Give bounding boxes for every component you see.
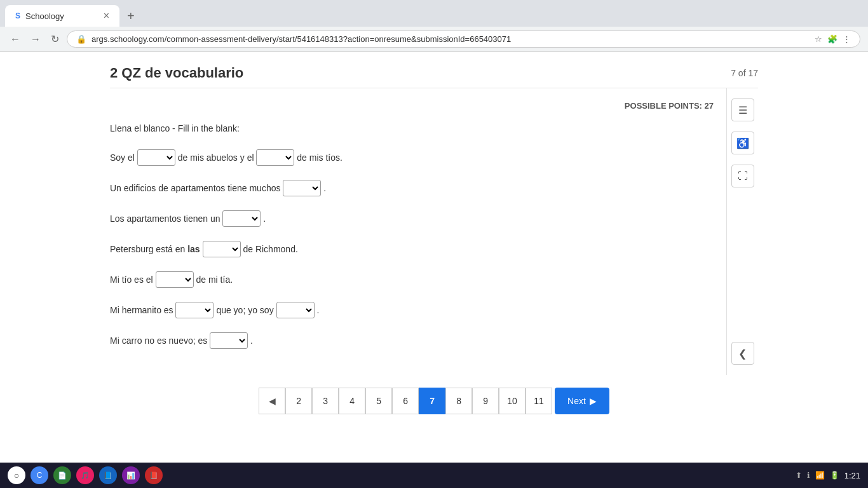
content-area: POSSIBLE POINTS: 27 Llena el blanco - Fi… [110,88,714,375]
q5-dropdown[interactable] [156,271,194,288]
q6-text-before: Mi hermanito es [110,305,175,315]
page-6-button[interactable]: 6 [392,388,419,414]
prev-page-button[interactable]: ◀ [259,388,285,414]
q7-text-after: . [250,336,253,346]
page-indicator: 7 of 17 [731,68,758,78]
q7-dropdown[interactable] [210,332,248,349]
tab-favicon: S [15,11,20,20]
page-8-button[interactable]: 8 [445,388,472,414]
main-layout: POSSIBLE POINTS: 27 Llena el blanco - Fi… [110,88,758,375]
active-tab[interactable]: S Schoology × [5,5,119,27]
q2-text-after: . [323,183,326,193]
page-content: 2 QZ de vocabulario 7 of 17 POSSIBLE POI… [59,52,809,433]
q7-text-before: Mi carro no es nuevo; es [110,336,210,346]
new-tab-button[interactable]: + [122,6,140,26]
sidebar-collapse-button[interactable]: ❮ [731,342,754,365]
url-box[interactable]: 🔒 args.schoology.com/common-assessment-d… [67,30,860,48]
sidebar-fullscreen-button[interactable]: ⛶ [731,165,754,187]
q4-text-after: de Richmond. [243,244,297,254]
address-bar: ← → ↻ 🔒 args.schoology.com/common-assess… [0,27,868,51]
q6-text-middle: que yo; yo soy [216,305,276,315]
q6-text-after: . [316,305,319,315]
page-10-button[interactable]: 10 [499,388,526,414]
q2-dropdown[interactable] [283,180,321,196]
next-arrow-icon: ▶ [590,396,597,406]
q4-text-before: Petersburg está en [110,244,187,254]
page-5-button[interactable]: 5 [365,388,392,414]
question-row-2: Un edificios de apartamentos tiene mucho… [110,179,714,197]
q1-dropdown-2[interactable] [256,149,294,166]
question-row-1: Soy el de mis abuelos y el de mis tíos. [110,149,714,166]
bookmark-icon[interactable]: ☆ [815,34,822,44]
assessment-title: 2 QZ de vocabulario [110,65,243,81]
chevron-left-icon: ❮ [738,348,747,360]
q4-bold-text: las [187,244,200,254]
question-row-7: Mi carro no es nuevo; es . [110,332,714,349]
tab-close-button[interactable]: × [104,10,109,22]
extension-icon[interactable]: 🧩 [827,34,837,44]
q2-text-before: Un edificios de apartamentos tiene mucho… [110,183,283,193]
tab-bar: S Schoology × + [0,0,868,27]
q3-text-after: . [263,214,266,224]
instructions: Llena el blanco - Fill in the blank: [110,123,714,133]
reload-button[interactable]: ↻ [48,30,62,48]
tab-title: Schoology [25,11,64,21]
question-row-3: Los apartamentos tienen un . [110,210,714,227]
sidebar-questions-button[interactable]: ☰ [731,98,754,121]
page-4-button[interactable]: 4 [339,388,365,414]
possible-points: POSSIBLE POINTS: 27 [110,101,714,111]
taskbar: ○ C 📄 🎵 📘 📊 📕 ⬆ ℹ 📶 🔋 1:21 [0,463,868,465]
fullscreen-icon: ⛶ [738,170,748,182]
url-icons: ☆ 🧩 ⋮ [815,34,851,44]
page-7-button[interactable]: 7 [419,388,445,414]
q6-dropdown-1[interactable] [175,302,214,318]
back-button[interactable]: ← [8,31,23,48]
q4-dropdown[interactable] [203,241,241,257]
question-row-5: Mi tío es el de mi tía. [110,271,714,288]
accessibility-icon: ♿ [736,137,749,149]
assessment-header: 2 QZ de vocabulario 7 of 17 [110,52,758,88]
q1-dropdown-1[interactable] [137,149,175,166]
q3-dropdown[interactable] [222,210,261,227]
pagination-bar: ◀ 2 3 4 5 6 7 8 9 10 11 Next ▶ [110,375,758,433]
q1-text-before: Soy el [110,152,137,163]
next-label: Next [567,396,586,406]
question-row-4: Petersburg está en las de Richmond. [110,240,714,258]
sidebar: ☰ ♿ ⛶ ❮ [726,88,758,375]
questions-list-icon: ☰ [738,104,747,116]
page-11-button[interactable]: 11 [526,388,552,414]
q5-text-before: Mi tío es el [110,274,156,285]
q3-text-before: Los apartamentos tienen un [110,214,222,224]
menu-icon[interactable]: ⋮ [843,34,851,44]
sidebar-accessibility-button[interactable]: ♿ [731,132,754,154]
page-2-button[interactable]: 2 [285,388,312,414]
next-button[interactable]: Next ▶ [555,388,609,414]
q1-text-middle: de mis abuelos y el [178,152,257,163]
url-text: args.schoology.com/common-assessment-del… [92,34,511,44]
forward-button[interactable]: → [28,31,43,48]
browser-chrome: S Schoology × + ← → ↻ 🔒 args.schoology.c… [0,0,868,52]
q1-text-after: de mis tíos. [297,152,342,163]
page-3-button[interactable]: 3 [312,388,339,414]
q5-text-after: de mi tía. [196,274,233,285]
question-row-6: Mi hermanito es que yo; yo soy . [110,301,714,319]
page-9-button[interactable]: 9 [472,388,499,414]
q6-dropdown-2[interactable] [276,302,315,318]
